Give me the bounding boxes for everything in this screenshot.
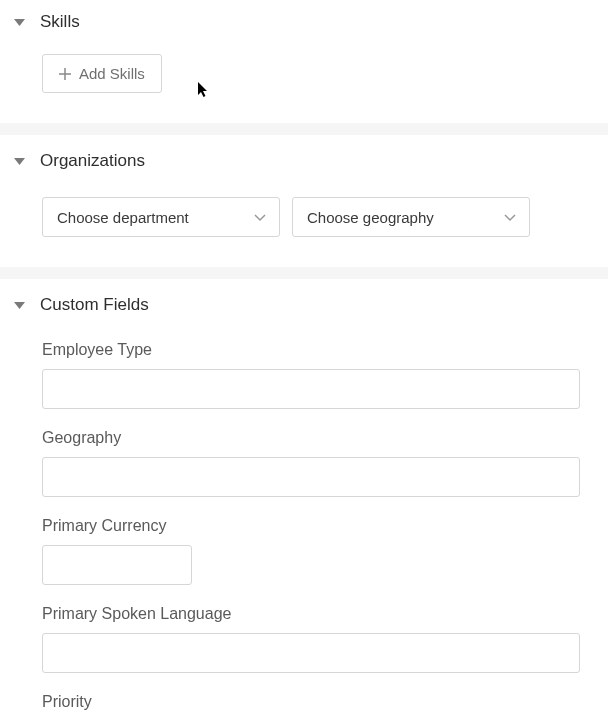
skills-body: Add Skills (0, 54, 608, 93)
employee-type-label: Employee Type (42, 341, 580, 359)
organizations-body: Choose department Choose geography (0, 197, 608, 237)
add-skills-button[interactable]: Add Skills (42, 54, 162, 93)
custom-fields-section: Custom Fields Employee Type Geography Pr… (0, 279, 608, 728)
select-row: Choose department Choose geography (42, 197, 580, 237)
collapse-icon (12, 19, 26, 26)
geography-field: Geography (42, 429, 580, 497)
svg-marker-5 (14, 302, 25, 309)
custom-fields-body: Employee Type Geography Primary Currency… (0, 341, 608, 711)
plus-icon (59, 68, 71, 80)
department-placeholder: Choose department (57, 209, 189, 226)
employee-type-input[interactable] (42, 369, 580, 409)
divider (0, 267, 608, 279)
geography-select[interactable]: Choose geography (292, 197, 530, 237)
employee-type-field: Employee Type (42, 341, 580, 409)
primary-currency-input[interactable] (42, 545, 192, 585)
organizations-title: Organizations (40, 151, 145, 171)
primary-spoken-language-field: Primary Spoken Language (42, 605, 580, 673)
department-select[interactable]: Choose department (42, 197, 280, 237)
priority-field: Priority (42, 693, 580, 711)
add-skills-label: Add Skills (79, 65, 145, 82)
skills-section: Skills Add Skills (0, 0, 608, 123)
organizations-header[interactable]: Organizations (0, 151, 608, 171)
geography-placeholder: Choose geography (307, 209, 434, 226)
svg-marker-4 (14, 158, 25, 165)
primary-spoken-language-input[interactable] (42, 633, 580, 673)
skills-title: Skills (40, 12, 80, 32)
priority-label: Priority (42, 693, 580, 711)
geography-label: Geography (42, 429, 580, 447)
primary-spoken-language-label: Primary Spoken Language (42, 605, 580, 623)
chevron-down-icon (503, 210, 517, 224)
custom-fields-header[interactable]: Custom Fields (0, 295, 608, 315)
organizations-section: Organizations Choose department Choose g… (0, 135, 608, 267)
primary-currency-label: Primary Currency (42, 517, 580, 535)
collapse-icon (12, 158, 26, 165)
skills-header[interactable]: Skills (0, 12, 608, 32)
svg-marker-0 (14, 19, 25, 26)
geography-input[interactable] (42, 457, 580, 497)
chevron-down-icon (253, 210, 267, 224)
collapse-icon (12, 302, 26, 309)
custom-fields-title: Custom Fields (40, 295, 149, 315)
divider (0, 123, 608, 135)
primary-currency-field: Primary Currency (42, 517, 580, 585)
